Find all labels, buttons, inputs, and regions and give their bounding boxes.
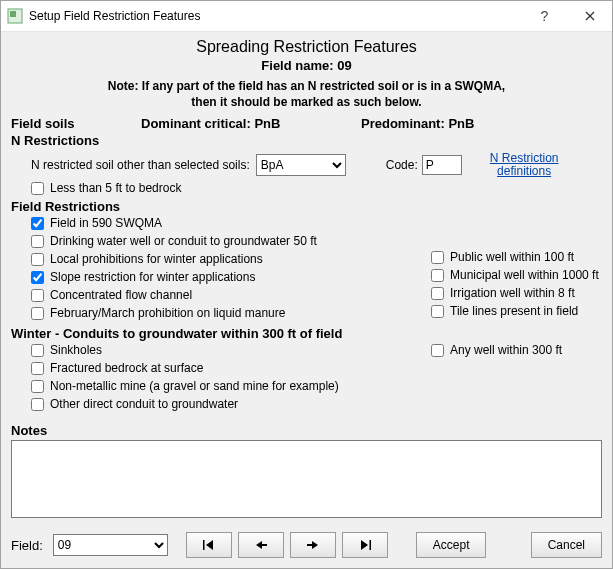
fr-checkbox[interactable] [31,289,44,302]
last-icon [357,539,373,551]
n-soil-select[interactable]: BpA [256,154,346,176]
app-icon [7,8,23,24]
fr-label: Field in 590 SWQMA [50,215,162,232]
winter-checkbox[interactable] [31,398,44,411]
next-button[interactable] [290,532,336,558]
winter-row: Other direct conduit to groundwater [31,396,431,413]
less-5ft-row: Less than 5 ft to bedrock [31,180,602,197]
field-name-heading: Field name: 09 [11,58,602,73]
winter-checkbox[interactable] [31,362,44,375]
n-soil-label: N restricted soil other than selected so… [31,158,250,172]
fr-checkbox[interactable] [31,307,44,320]
predominant: Predominant: PnB [361,116,474,131]
arrow-left-icon [253,539,269,551]
content-area: Spreading Restriction Features Field nam… [1,32,612,526]
note-line2: then it should be marked as such below. [191,95,421,109]
fr-row: Tile lines present in field [431,303,602,320]
fr-label: February/March prohibition on liquid man… [50,305,285,322]
fr-row: Municipal well within 1000 ft [431,267,602,284]
first-button[interactable] [186,532,232,558]
fr-checkbox[interactable] [31,253,44,266]
nav-button-group [186,532,388,558]
field-restrictions-header: Field Restrictions [11,199,602,214]
dominant-critical: Dominant critical: PnB [141,116,361,131]
svg-marker-5 [206,540,213,550]
main-heading: Spreading Restriction Features [11,38,602,56]
winter-label: Fractured bedrock at surface [50,360,203,377]
svg-rect-9 [369,540,371,550]
fr-label: Local prohibitions for winter applicatio… [50,251,263,268]
n-restriction-definitions-link[interactable]: N Restriction definitions [490,152,559,178]
fr-label: Municipal well within 1000 ft [450,267,599,284]
fr-checkbox[interactable] [431,269,444,282]
arrow-right-icon [305,539,321,551]
fr-label: Public well within 100 ft [450,249,574,266]
winter-row: Fractured bedrock at surface [31,360,431,377]
less-5ft-label: Less than 5 ft to bedrock [50,180,181,197]
svg-rect-1 [10,11,16,17]
n-restrictions-header: N Restrictions [11,133,602,148]
winter-row: Any well within 300 ft [431,342,602,359]
winter-header: Winter - Conduits to groundwater within … [11,326,602,341]
svg-marker-6 [256,541,267,549]
fr-label: Irrigation well within 8 ft [450,285,575,302]
fr-checkbox[interactable] [431,287,444,300]
fr-checkbox[interactable] [31,271,44,284]
fr-row: Public well within 100 ft [431,249,602,266]
fr-row: Drinking water well or conduit to ground… [31,233,431,250]
accept-button[interactable]: Accept [416,532,487,558]
fr-label: Tile lines present in field [450,303,578,320]
svg-rect-4 [203,540,205,550]
soils-row: Field soils Dominant critical: PnB Predo… [11,116,602,131]
footer-field-select[interactable]: 09 [53,534,168,556]
fr-checkbox[interactable] [31,217,44,230]
fr-checkbox[interactable] [31,235,44,248]
notes-header: Notes [11,423,602,438]
cancel-button[interactable]: Cancel [531,532,602,558]
footer-field-label: Field: [11,538,43,553]
help-button[interactable]: ? [522,1,567,31]
fr-row: Concentrated flow channel [31,287,431,304]
fr-label: Concentrated flow channel [50,287,192,304]
winter-row: Non-metallic mine (a gravel or sand mine… [31,378,431,395]
prev-button[interactable] [238,532,284,558]
note-text: Note: If any part of the field has an N … [11,79,602,110]
field-name-label: Field name: [261,58,333,73]
fr-row: February/March prohibition on liquid man… [31,305,431,322]
fr-checkbox[interactable] [431,305,444,318]
winter-label: Other direct conduit to groundwater [50,396,238,413]
last-button[interactable] [342,532,388,558]
fr-row: Irrigation well within 8 ft [431,285,602,302]
winter-group: Sinkholes Fractured bedrock at surface N… [11,341,602,413]
note-line1: Note: If any part of the field has an N … [108,79,505,93]
dialog-window: Setup Field Restriction Features ? Sprea… [0,0,613,569]
n-restricted-soil-row: N restricted soil other than selected so… [11,152,602,178]
less-5ft-checkbox[interactable] [31,182,44,195]
winter-label: Sinkholes [50,342,102,359]
field-restrictions-group: Field in 590 SWQMA Drinking water well o… [11,214,602,322]
field-name-value: 09 [337,58,351,73]
code-input[interactable] [422,155,462,175]
fr-label: Slope restriction for winter application… [50,269,255,286]
close-icon [585,11,595,21]
fr-row: Slope restriction for winter application… [31,269,431,286]
titlebar: Setup Field Restriction Features ? [1,1,612,32]
fr-row: Local prohibitions for winter applicatio… [31,251,431,268]
fr-row: Field in 590 SWQMA [31,215,431,232]
field-soils-label: Field soils [11,116,141,131]
first-icon [201,539,217,551]
winter-label: Any well within 300 ft [450,342,562,359]
winter-label: Non-metallic mine (a gravel or sand mine… [50,378,339,395]
close-button[interactable] [567,1,612,31]
winter-checkbox[interactable] [31,380,44,393]
footer: Field: 09 Accept Cancel [1,526,612,568]
winter-row: Sinkholes [31,342,431,359]
window-title: Setup Field Restriction Features [29,9,522,23]
svg-marker-7 [307,541,318,549]
code-label: Code: [386,158,418,172]
fr-checkbox[interactable] [431,251,444,264]
fr-label: Drinking water well or conduit to ground… [50,233,317,250]
winter-checkbox[interactable] [431,344,444,357]
notes-textarea[interactable] [11,440,602,518]
winter-checkbox[interactable] [31,344,44,357]
